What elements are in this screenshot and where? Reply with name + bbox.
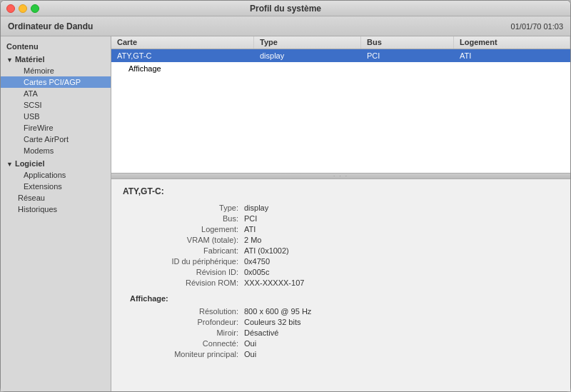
sidebar-item-historiques[interactable]: Historiques (1, 203, 111, 215)
detail-value-type: display (244, 203, 268, 212)
maximize-button[interactable] (31, 4, 39, 13)
detail-area: ATY,GT-C: Type: display Bus: PCI Logemen… (111, 179, 570, 391)
window-controls (6, 4, 39, 13)
detail-label-miroir: Miroir: (123, 328, 244, 337)
detail-value-moniteur-principal: Oui (244, 350, 256, 358)
toolbar: Ordinateur de Dandu 01/01/70 01:03 (1, 16, 570, 36)
detail-value-logement: ATI (244, 225, 256, 233)
detail-value-revision-id: 0x005c (244, 268, 269, 276)
cell-logement-2 (465, 67, 570, 70)
detail-value-miroir: Désactivé (244, 328, 278, 337)
cell-bus-1: PCI (361, 50, 454, 61)
detail-label-revision-rom: Révision ROM: (123, 278, 244, 287)
sidebar-item-carte-airport[interactable]: Carte AirPort (1, 134, 111, 145)
detail-value-resolution: 800 x 600 @ 95 Hz (244, 307, 311, 316)
resize-handle[interactable]: · · · (111, 173, 570, 179)
detail-row-type: Type: display (123, 203, 559, 212)
detail-value-revision-rom: XXX-XXXXX-107 (244, 278, 304, 287)
detail-value-id-peripherique: 0x4750 (244, 257, 270, 266)
sidebar-section-materiel: ▼Matériel (1, 52, 111, 65)
col-header-bus: Bus (361, 36, 454, 49)
detail-row-revision-id: Révision ID: 0x005c (123, 268, 559, 276)
sidebar-section-logiciel: ▼Logiciel (1, 156, 111, 169)
detail-title: ATY,GT-C: (123, 186, 559, 196)
detail-label-moniteur-principal: Moniteur principal: (123, 350, 244, 358)
detail-value-connecte: Oui (244, 339, 256, 348)
detail-row-vram: VRAM (totale): 2 Mo (123, 236, 559, 244)
resize-dots-icon: · · · (333, 173, 348, 179)
detail-value-bus: PCI (244, 214, 257, 223)
detail-label-vram: VRAM (totale): (123, 236, 244, 244)
detail-label-profondeur: Profondeur: (123, 318, 244, 326)
sidebar-item-firewire[interactable]: FireWire (1, 122, 111, 134)
detail-label-logement: Logement: (123, 225, 244, 233)
content-area: Carte Type Bus Logement ATY,GT-C display… (111, 36, 570, 391)
sidebar-item-ata[interactable]: ATA (1, 88, 111, 99)
detail-label-connecte: Connecté: (123, 339, 244, 348)
cell-type-1: display (254, 50, 361, 61)
computer-name: Ordinateur de Dandu (8, 21, 93, 31)
cell-bus-2 (373, 67, 465, 70)
detail-row-logement: Logement: ATI (123, 225, 559, 233)
detail-display-section: Affichage: Résolution: 800 x 600 @ 95 Hz… (123, 294, 559, 358)
table-row[interactable]: ATY,GT-C display PCI ATI (111, 49, 570, 62)
minimize-button[interactable] (19, 4, 27, 13)
col-header-logement: Logement (454, 36, 570, 49)
detail-row-id-peripherique: ID du périphérique: 0x4750 (123, 257, 559, 266)
detail-row-profondeur: Profondeur: Couleurs 32 bits (123, 318, 559, 326)
detail-label-resolution: Résolution: (123, 307, 244, 316)
triangle-icon-logiciel: ▼ (6, 161, 13, 168)
sidebar-item-cartes-pci[interactable]: Cartes PCI/AGP (1, 76, 111, 88)
sidebar-item-memoire[interactable]: Mémoire (1, 65, 111, 76)
detail-label-type: Type: (123, 203, 244, 212)
sidebar-item-applications[interactable]: Applications (1, 169, 111, 181)
detail-row-revision-rom: Révision ROM: XXX-XXXXX-107 (123, 278, 559, 287)
cell-carte-2: Affichage (123, 63, 266, 74)
cell-logement-1: ATI (454, 50, 570, 61)
detail-value-fabricant: ATI (0x1002) (244, 246, 289, 255)
detail-row-miroir: Miroir: Désactivé (123, 328, 559, 337)
date-time: 01/01/70 01:03 (511, 22, 563, 31)
detail-value-profondeur: Couleurs 32 bits (244, 318, 301, 326)
detail-label-revision-id: Révision ID: (123, 268, 244, 276)
sidebar-item-usb[interactable]: USB (1, 111, 111, 122)
detail-row-bus: Bus: PCI (123, 214, 559, 223)
detail-row-resolution: Résolution: 800 x 600 @ 95 Hz (123, 307, 559, 316)
detail-label-fabricant: Fabricant: (123, 246, 244, 255)
table-header: Carte Type Bus Logement (111, 36, 570, 49)
detail-row-connecte: Connecté: Oui (123, 339, 559, 348)
cell-carte-1: ATY,GT-C (111, 50, 254, 61)
close-button[interactable] (6, 4, 15, 13)
title-bar: Profil du système (1, 1, 570, 16)
triangle-icon: ▼ (6, 56, 13, 64)
sidebar-item-extensions[interactable]: Extensions (1, 181, 111, 192)
detail-label-id-peripherique: ID du périphérique: (123, 257, 244, 266)
main-area: Contenu ▼Matériel Mémoire Cartes PCI/AGP… (1, 36, 570, 391)
detail-label-bus: Bus: (123, 214, 244, 223)
table-body: ATY,GT-C display PCI ATI Affichage (111, 49, 570, 173)
detail-display-title: Affichage: (123, 294, 559, 303)
sidebar-item-reseau[interactable]: Réseau (1, 192, 111, 203)
sidebar: Contenu ▼Matériel Mémoire Cartes PCI/AGP… (1, 36, 111, 391)
detail-row-fabricant: Fabricant: ATI (0x1002) (123, 246, 559, 255)
sidebar-item-modems[interactable]: Modems (1, 145, 111, 156)
col-header-type: Type (254, 36, 361, 49)
col-header-carte: Carte (111, 36, 254, 49)
detail-value-vram: 2 Mo (244, 236, 261, 244)
sidebar-item-scsi[interactable]: SCSI (1, 99, 111, 111)
sidebar-content-label: Contenu (1, 39, 111, 52)
detail-main-section: Type: display Bus: PCI Logement: ATI VRA… (123, 203, 559, 287)
table-row[interactable]: Affichage (111, 62, 570, 75)
main-window: Profil du système Ordinateur de Dandu 01… (0, 0, 571, 392)
detail-row-moniteur-principal: Moniteur principal: Oui (123, 350, 559, 358)
table-area: Carte Type Bus Logement ATY,GT-C display… (111, 36, 570, 179)
window-title: Profil du système (250, 4, 321, 14)
cell-type-2 (266, 67, 373, 70)
